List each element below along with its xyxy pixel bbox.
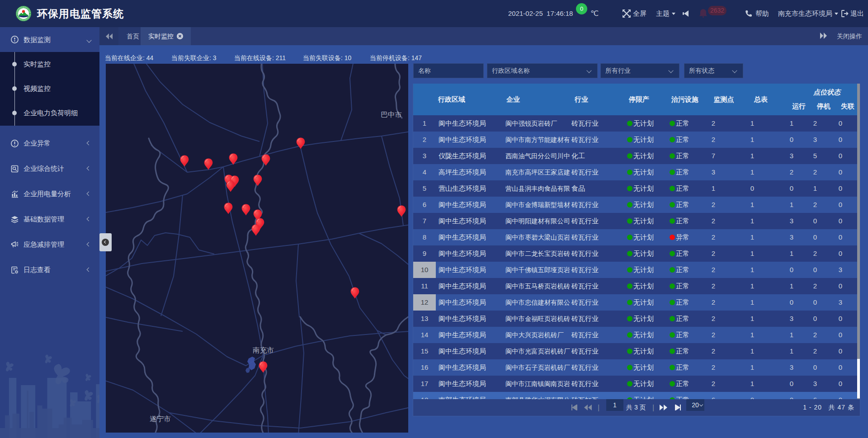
svg-text:南充市: 南充市	[253, 346, 274, 354]
svg-text:遂宁市: 遂宁市	[150, 415, 171, 423]
svg-text:巴中市: 巴中市	[381, 111, 402, 118]
